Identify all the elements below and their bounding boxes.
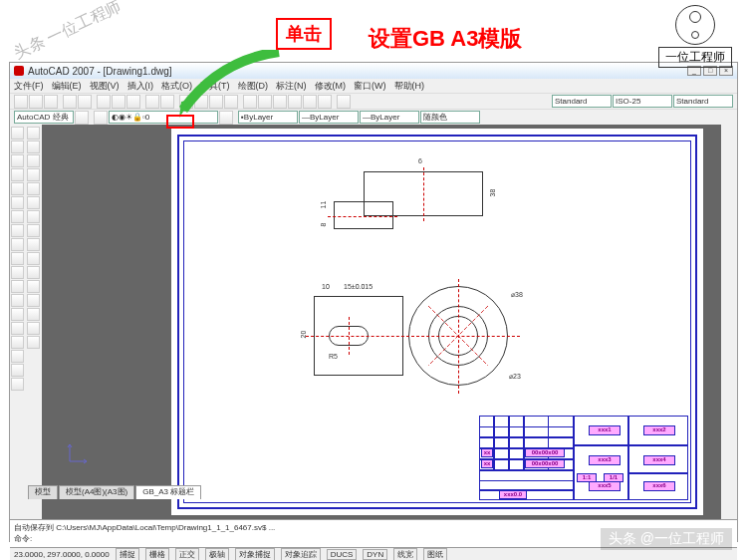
menubar: 文件(F) 编辑(E) 视图(V) 插入(I) 格式(O) 工具(T) 绘图(D… [10, 79, 737, 93]
grid-toggle[interactable]: 栅格 [145, 548, 169, 560]
break-tool[interactable] [27, 280, 40, 293]
annotation-highlight-box [166, 115, 194, 129]
help-button[interactable] [337, 95, 351, 109]
standard-toolbar: Standard ISO-25 Standard [10, 93, 737, 109]
save-button[interactable] [44, 95, 58, 109]
dyn-toggle[interactable]: DYN [363, 549, 387, 560]
ellipse-arc-tool[interactable] [11, 266, 24, 279]
ucs-icon [67, 439, 92, 464]
plotstyle-combo[interactable]: 随颜色 [420, 111, 480, 124]
preview-button[interactable] [78, 95, 92, 109]
osnap-toggle[interactable]: 对象捕捉 [235, 548, 275, 560]
undo-button[interactable] [145, 95, 159, 109]
redo-button[interactable] [160, 95, 174, 109]
polar-toggle[interactable]: 极轴 [205, 548, 229, 560]
cut-button[interactable] [97, 95, 111, 109]
layer-manager-button[interactable] [94, 111, 108, 125]
erase-tool[interactable] [27, 127, 40, 140]
modify-toolbar [26, 125, 42, 519]
plot-button[interactable] [63, 95, 77, 109]
layout-tab-gba3[interactable]: GB_A3 标题栏 [135, 485, 201, 499]
layout-tabs: 模型 模型(A4图)(A3图) GB_A3 标题栏 [28, 485, 201, 499]
gradient-tool[interactable] [11, 336, 24, 349]
join-tool[interactable] [27, 294, 40, 307]
drawing-frame: 6 11 8 38 [177, 135, 697, 509]
layout-tab-model[interactable]: 模型 [28, 485, 58, 499]
menu-window[interactable]: 窗口(W) [354, 80, 386, 93]
spline-tool[interactable] [11, 238, 24, 251]
ortho-toggle[interactable]: 正交 [175, 548, 199, 560]
front-view: 10 15±0.015 20 R5 ⌀38 ⌀23 [314, 271, 533, 401]
dim-style-combo[interactable]: ISO-25 [613, 95, 672, 108]
paste-button[interactable] [126, 95, 140, 109]
layout-tab-a4a3[interactable]: 模型(A4图)(A3图) [59, 485, 134, 499]
circle-tool[interactable] [11, 210, 24, 223]
menu-modify[interactable]: 修改(M) [315, 80, 347, 93]
ellipse-tool[interactable] [11, 252, 24, 265]
workspace-settings-button[interactable] [75, 111, 89, 125]
title-block: xxx1 xxx2 xxx3 xxx4 xxx5 xxx6 xx xx 00x0… [479, 416, 688, 500]
annotation-arrow [179, 50, 289, 120]
new-button[interactable] [14, 95, 28, 109]
insert-block-tool[interactable] [11, 280, 24, 293]
rotate-tool[interactable] [27, 210, 40, 223]
qcalc-button[interactable] [318, 95, 332, 109]
paper-sheet: 6 11 8 38 [171, 129, 703, 515]
mtext-tool[interactable] [11, 378, 24, 391]
layer-toolbar: AutoCAD 经典 ◐◉☀🔒▫ 0 ▪ ByLayer — ByLayer —… [10, 109, 737, 125]
point-tool[interactable] [11, 308, 24, 321]
table-tool[interactable] [11, 364, 24, 377]
snap-toggle[interactable]: 捕捉 [116, 548, 139, 560]
paper-toggle[interactable]: 图纸 [423, 548, 447, 560]
mirror-tool[interactable] [27, 154, 40, 167]
logo-circle-icon [675, 5, 715, 45]
menu-help[interactable]: 帮助(H) [394, 80, 425, 93]
logo-text: 一位工程师 [658, 47, 732, 68]
menu-view[interactable]: 视图(V) [90, 80, 120, 93]
explode-tool[interactable] [27, 336, 40, 349]
text-style-combo[interactable]: Standard [552, 95, 612, 108]
menu-edit[interactable]: 编辑(E) [52, 80, 82, 93]
region-tool[interactable] [11, 350, 24, 363]
scale-tool[interactable] [27, 224, 40, 237]
array-tool[interactable] [27, 182, 40, 195]
open-button[interactable] [29, 95, 43, 109]
otrack-toggle[interactable]: 对象追踪 [281, 548, 321, 560]
workspace-combo[interactable]: AutoCAD 经典 [14, 111, 74, 124]
annotation-title: 设置GB A3模版 [369, 24, 522, 54]
trim-tool[interactable] [27, 252, 40, 265]
top-view: 6 11 8 38 [334, 171, 503, 236]
app-icon [14, 66, 24, 76]
make-block-tool[interactable] [11, 294, 24, 307]
polygon-tool[interactable] [11, 168, 24, 181]
move-tool[interactable] [27, 196, 40, 209]
linetype-combo[interactable]: — ByLayer [299, 111, 359, 124]
xline-tool[interactable] [11, 140, 24, 153]
sheet-set-button[interactable] [288, 95, 302, 109]
watermark-bottom-right: 头条 @一位工程师 [601, 528, 732, 550]
copy-tool[interactable] [27, 140, 40, 153]
lineweight-combo[interactable]: — ByLayer [360, 111, 419, 124]
menu-file[interactable]: 文件(F) [14, 80, 44, 93]
fillet-tool[interactable] [27, 322, 40, 335]
menu-insert[interactable]: 插入(I) [127, 80, 154, 93]
line-tool[interactable] [11, 127, 24, 140]
pline-tool[interactable] [11, 154, 24, 167]
stretch-tool[interactable] [27, 238, 40, 251]
arc-tool[interactable] [11, 196, 24, 209]
revcloud-tool[interactable] [11, 224, 24, 237]
lwt-toggle[interactable]: 线宽 [393, 548, 417, 560]
chamfer-tool[interactable] [27, 308, 40, 321]
table-style-combo[interactable]: Standard [673, 95, 733, 108]
rectangle-tool[interactable] [11, 182, 24, 195]
extend-tool[interactable] [27, 266, 40, 279]
offset-tool[interactable] [27, 168, 40, 181]
copy-button[interactable] [112, 95, 125, 109]
drawing-canvas[interactable]: 6 11 8 38 [42, 125, 721, 519]
hatch-tool[interactable] [11, 322, 24, 335]
titlebar[interactable]: AutoCAD 2007 - [Drawing1.dwg] _ □ × [10, 63, 737, 79]
ducs-toggle[interactable]: DUCS [327, 549, 358, 560]
author-logo: 一位工程师 [658, 5, 732, 68]
markup-button[interactable] [303, 95, 317, 109]
right-toolbar-dock [721, 125, 737, 519]
